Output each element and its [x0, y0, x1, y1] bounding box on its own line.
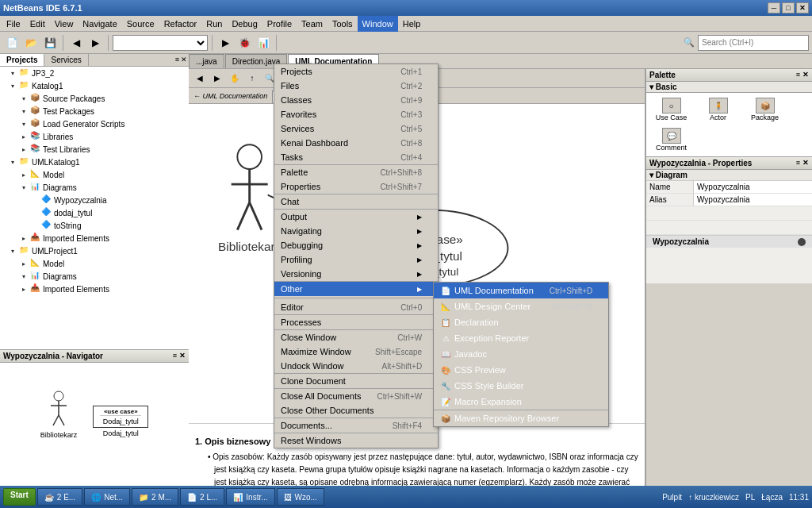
- menu-debug[interactable]: Debug: [227, 16, 262, 32]
- menu-help[interactable]: Help: [398, 16, 426, 32]
- minimize-button[interactable]: ─: [768, 2, 780, 13]
- uml-design-icon: 📐: [440, 301, 451, 312]
- menu-chat[interactable]: Chat: [274, 194, 438, 210]
- other-macro-label: Macro Expansion: [454, 397, 522, 406]
- menu-source[interactable]: Source: [122, 16, 159, 32]
- taskbar-net[interactable]: 🌐Net...: [84, 488, 130, 506]
- menu-maximize-window[interactable]: Maximize WindowShift+Escape: [274, 344, 438, 359]
- menu-output[interactable]: Output▶: [274, 210, 438, 224]
- taskbar-pulpit[interactable]: Pulpit: [662, 493, 682, 502]
- start-button[interactable]: Start: [3, 488, 36, 506]
- dropdown-overlay: ProjectsCtrl+1 FilesCtrl+2 ClassesCtrl+9…: [0, 32, 812, 508]
- menu-close-window[interactable]: Close WindowCtrl+W: [274, 330, 438, 344]
- menu-tools[interactable]: Tools: [327, 16, 358, 32]
- taskbar-instr[interactable]: 📊Instr...: [226, 488, 274, 506]
- taskbar-network: Łącza: [761, 493, 783, 502]
- menu-documents[interactable]: Documents...Shift+F4: [274, 418, 438, 433]
- menu-projects[interactable]: ProjectsCtrl+1: [274, 64, 438, 79]
- menu-close-all[interactable]: Close All DocumentsCtrl+Shift+W: [274, 389, 438, 403]
- declaration-icon: 📋: [440, 317, 451, 328]
- taskbar-time: 11:31: [789, 493, 809, 502]
- other-uml-design-label: UML Design Center: [454, 302, 530, 311]
- menu-refactor[interactable]: Refactor: [159, 16, 202, 32]
- menu-view[interactable]: View: [50, 16, 79, 32]
- css-style-icon: 🔧: [440, 380, 451, 391]
- menu-reset[interactable]: Reset Windows: [274, 433, 438, 448]
- taskbar-wzo[interactable]: 🖼Wzo...: [277, 488, 324, 506]
- javadoc-icon: 📖: [440, 348, 451, 360]
- other-maven[interactable]: 📦 Maven Repository Browser: [434, 410, 608, 426]
- other-exception-label: Exception Reporter: [454, 333, 529, 343]
- other-css-preview[interactable]: 🎨 CSS Preview: [434, 362, 608, 378]
- menu-window[interactable]: Window: [358, 16, 398, 32]
- other-maven-label: Maven Repository Browser: [454, 414, 559, 423]
- menu-favorites[interactable]: FavoritesCtrl+3: [274, 107, 438, 121]
- other-uml-doc-label: UML Documentation: [454, 286, 534, 295]
- menu-clone[interactable]: Clone Document: [274, 374, 438, 389]
- menu-profiling[interactable]: Profiling▶: [274, 252, 438, 267]
- taskbar-2m[interactable]: 📁2 M...: [132, 488, 178, 506]
- menu-navigating[interactable]: Navigating▶: [274, 224, 438, 238]
- taskbar-right: Pulpit ↑ kruczkiewicz PL Łącza 11:31: [662, 493, 809, 502]
- taskbar-2e[interactable]: ☕2 E...: [37, 488, 82, 506]
- other-uml-doc[interactable]: 📄 UML Documentation Ctrl+Shift+D: [434, 283, 608, 298]
- menu-services[interactable]: ServicesCtrl+5: [274, 121, 438, 136]
- menu-processes[interactable]: Processes: [274, 315, 438, 330]
- menu-bar: File Edit View Navigate Source Refactor …: [0, 16, 812, 32]
- maven-icon: 📦: [440, 413, 451, 424]
- window-controls: ─ □ ✕: [768, 2, 809, 13]
- menu-tasks[interactable]: TasksCtrl+4: [274, 150, 438, 165]
- menu-team[interactable]: Team: [297, 16, 327, 32]
- other-css-preview-label: CSS Preview: [454, 365, 506, 375]
- menu-palette[interactable]: PaletteCtrl+Shift+8: [274, 165, 438, 179]
- css-preview-icon: 🎨: [440, 364, 451, 375]
- taskbar: Start ☕2 E... 🌐Net... 📁2 M... 📄2 L... 📊I…: [0, 486, 812, 508]
- maximize-button[interactable]: □: [782, 2, 795, 13]
- menu-versioning[interactable]: Versioning▶: [274, 267, 438, 282]
- other-declaration[interactable]: 📋 Declaration: [434, 314, 608, 330]
- menu-undock[interactable]: Undock WindowAlt+Shift+D: [274, 359, 438, 374]
- taskbar-user[interactable]: ↑ kruczkiewicz: [688, 493, 739, 502]
- taskbar-lang: PL: [745, 493, 755, 502]
- menu-profile[interactable]: Profile: [262, 16, 297, 32]
- window-menu-dropdown: ProjectsCtrl+1 FilesCtrl+2 ClassesCtrl+9…: [274, 64, 439, 448]
- other-declaration-label: Declaration: [454, 318, 499, 327]
- taskbar-2l[interactable]: 📄2 L...: [180, 488, 224, 506]
- other-css-style[interactable]: 🔧 CSS Style Builder: [434, 378, 608, 394]
- other-uml-design[interactable]: 📐 UML Design Center Alt+Shift+M: [434, 298, 608, 314]
- menu-kenai[interactable]: Kenai DashboardCtrl+8: [274, 136, 438, 150]
- other-macro[interactable]: 📝 Macro Expansion: [434, 394, 608, 410]
- uml-doc-icon: 📄: [440, 285, 451, 296]
- menu-files[interactable]: FilesCtrl+2: [274, 79, 438, 93]
- other-javadoc-label: Javadoc: [454, 349, 487, 359]
- menu-other[interactable]: Other▶ 📄 UML Documentation Ctrl+Shift+D …: [274, 282, 438, 296]
- other-css-style-label: CSS Style Builder: [454, 381, 523, 391]
- menu-close-others[interactable]: Close Other Documents: [274, 403, 438, 418]
- menu-edit[interactable]: Edit: [25, 16, 50, 32]
- menu-navigate[interactable]: Navigate: [78, 16, 121, 32]
- other-exception-reporter[interactable]: ⚠ Exception Reporter: [434, 330, 608, 346]
- menu-properties[interactable]: PropertiesCtrl+Shift+7: [274, 179, 438, 194]
- app-title: NetBeans IDE 6.7.1: [3, 3, 82, 13]
- title-bar: NetBeans IDE 6.7.1 ─ □ ✕: [0, 0, 812, 16]
- macro-icon: 📝: [440, 396, 451, 407]
- menu-classes[interactable]: ClassesCtrl+9: [274, 93, 438, 107]
- close-button[interactable]: ✕: [796, 2, 809, 13]
- menu-debugging[interactable]: Debugging▶: [274, 238, 438, 252]
- menu-file[interactable]: File: [2, 16, 25, 32]
- sep-other: [274, 298, 438, 298]
- menu-run[interactable]: Run: [201, 16, 227, 32]
- other-javadoc[interactable]: 📖 Javadoc: [434, 346, 608, 362]
- menu-editor[interactable]: EditorCtrl+0: [274, 300, 438, 315]
- other-submenu: 📄 UML Documentation Ctrl+Shift+D 📐 UML D…: [433, 282, 609, 427]
- exception-icon: ⚠: [440, 333, 451, 344]
